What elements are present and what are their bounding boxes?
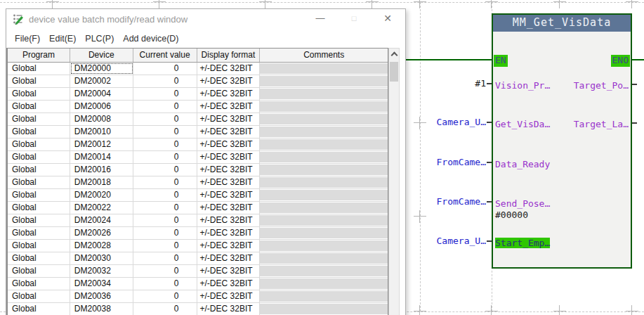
cell-current-value[interactable]: 0 <box>133 139 197 150</box>
cell-current-value[interactable]: 0 <box>133 227 197 239</box>
cell-display-format[interactable]: +/-DEC 32BIT <box>197 202 261 214</box>
operand-label[interactable]: Camera_U… <box>436 117 492 127</box>
cell-current-value[interactable]: 0 <box>133 189 197 201</box>
cell-program[interactable]: Global <box>8 240 70 252</box>
cell-device[interactable]: DM20002 <box>70 75 133 87</box>
cell-comments[interactable] <box>260 240 388 252</box>
cell-display-format[interactable]: +/-DEC 32BIT <box>197 252 261 264</box>
vertical-scrollbar[interactable] <box>388 48 400 315</box>
table-row[interactable]: GlobalDM200000+/-DEC 32BIT <box>8 63 388 75</box>
cell-program[interactable]: Global <box>8 290 70 302</box>
cell-comments[interactable] <box>260 290 388 302</box>
cell-comments[interactable] <box>260 278 388 290</box>
cell-program[interactable]: Global <box>8 252 70 264</box>
cell-program[interactable]: Global <box>8 88 70 100</box>
menu-plc[interactable]: PLC(P) <box>84 32 115 45</box>
cell-program[interactable]: Global <box>8 278 70 290</box>
input-pin[interactable]: Start_Emp… <box>495 238 550 248</box>
cell-current-value[interactable]: 0 <box>133 252 197 264</box>
cell-program[interactable]: Global <box>8 202 70 214</box>
table-row[interactable]: GlobalDM200180+/-DEC 32BIT <box>8 176 388 189</box>
cell-program[interactable]: Global <box>8 164 70 176</box>
cell-display-format[interactable]: +/-DEC 32BIT <box>197 63 261 75</box>
cell-program[interactable]: Global <box>8 75 70 87</box>
table-row[interactable]: GlobalDM200360+/-DEC 32BIT <box>8 290 388 303</box>
table-row[interactable]: GlobalDM200060+/-DEC 32BIT <box>8 101 388 113</box>
table-row[interactable]: GlobalDM200080+/-DEC 32BIT <box>8 113 388 126</box>
cell-current-value[interactable]: 0 <box>133 113 197 125</box>
function-block-mm-get-visdata[interactable]: MM_Get_VisData EN ENO Vision_Pr…Get_VisD… <box>492 13 632 269</box>
cell-current-value[interactable]: 0 <box>133 303 197 315</box>
cell-program[interactable]: Global <box>8 101 70 112</box>
col-header-device[interactable]: Device <box>70 49 133 62</box>
cell-current-value[interactable]: 0 <box>133 202 197 214</box>
cell-current-value[interactable]: 0 <box>133 63 197 75</box>
cell-device[interactable]: DM20030 <box>70 252 133 264</box>
menu-file[interactable]: File(F) <box>13 32 41 45</box>
cell-device[interactable]: DM20028 <box>70 240 133 252</box>
cell-current-value[interactable]: 0 <box>133 214 197 226</box>
cell-current-value[interactable]: 0 <box>133 164 197 176</box>
cell-current-value[interactable]: 0 <box>133 290 197 302</box>
minimize-button[interactable]: — <box>308 9 332 29</box>
cell-device[interactable]: DM20034 <box>70 278 133 290</box>
cell-display-format[interactable]: +/-DEC 32BIT <box>197 101 261 112</box>
cell-display-format[interactable]: +/-DEC 32BIT <box>197 88 261 100</box>
cell-display-format[interactable]: +/-DEC 32BIT <box>197 265 261 277</box>
output-pin[interactable]: Target_La… <box>574 119 629 129</box>
cell-current-value[interactable]: 0 <box>133 151 197 163</box>
cell-comments[interactable] <box>260 303 388 315</box>
table-row[interactable]: GlobalDM200160+/-DEC 32BIT <box>8 164 388 176</box>
cell-program[interactable]: Global <box>8 139 70 150</box>
table-row[interactable]: GlobalDM200300+/-DEC 32BIT <box>8 252 388 265</box>
cell-display-format[interactable]: +/-DEC 32BIT <box>197 303 261 315</box>
cell-device[interactable]: DM20016 <box>70 164 133 176</box>
cell-display-format[interactable]: +/-DEC 32BIT <box>197 151 261 163</box>
cell-program[interactable]: Global <box>8 126 70 138</box>
cell-comments[interactable] <box>260 139 388 150</box>
cell-current-value[interactable]: 0 <box>133 126 197 138</box>
table-row[interactable]: GlobalDM200280+/-DEC 32BIT <box>8 240 388 252</box>
menu-add-device[interactable]: Add device(D) <box>121 32 180 45</box>
cell-comments[interactable] <box>260 126 388 138</box>
table-row[interactable]: GlobalDM200020+/-DEC 32BIT <box>8 75 388 88</box>
input-pin[interactable]: Vision_Pr… <box>495 80 550 91</box>
cell-device[interactable]: DM20006 <box>70 101 133 112</box>
table-row[interactable]: GlobalDM200140+/-DEC 32BIT <box>8 151 388 164</box>
table-row[interactable]: GlobalDM200120+/-DEC 32BIT <box>8 139 388 151</box>
cell-display-format[interactable]: +/-DEC 32BIT <box>197 278 261 290</box>
table-row[interactable]: GlobalDM200100+/-DEC 32BIT <box>8 126 388 139</box>
table-row[interactable]: GlobalDM200260+/-DEC 32BIT <box>8 227 388 240</box>
col-header-display-format[interactable]: Display format <box>197 49 261 62</box>
close-button[interactable]: ✕ <box>376 9 400 29</box>
cell-current-value[interactable]: 0 <box>133 176 197 188</box>
cell-display-format[interactable]: +/-DEC 32BIT <box>197 227 261 239</box>
cell-comments[interactable] <box>260 113 388 125</box>
cell-device[interactable]: DM20004 <box>70 88 133 100</box>
table-row[interactable]: GlobalDM200340+/-DEC 32BIT <box>8 278 388 290</box>
cell-comments[interactable] <box>260 189 388 201</box>
window-titlebar[interactable]: device value batch modify/read window — … <box>6 9 405 29</box>
cell-comments[interactable] <box>260 252 388 264</box>
cell-device[interactable]: DM20024 <box>70 214 133 226</box>
cell-display-format[interactable]: +/-DEC 32BIT <box>197 290 261 302</box>
cell-program[interactable]: Global <box>8 63 70 75</box>
cell-device[interactable]: DM20036 <box>70 290 133 302</box>
col-header-comments[interactable]: Comments <box>260 49 388 62</box>
cell-display-format[interactable]: +/-DEC 32BIT <box>197 189 261 201</box>
maximize-button[interactable]: □ <box>342 9 366 29</box>
cell-comments[interactable] <box>260 151 388 163</box>
cell-comments[interactable] <box>260 227 388 239</box>
cell-comments[interactable] <box>260 164 388 176</box>
cell-program[interactable]: Global <box>8 227 70 239</box>
cell-current-value[interactable]: 0 <box>133 240 197 252</box>
table-row[interactable]: GlobalDM200380+/-DEC 32BIT <box>8 303 388 315</box>
cell-comments[interactable] <box>260 88 388 100</box>
cell-device[interactable]: DM20022 <box>70 202 133 214</box>
cell-current-value[interactable]: 0 <box>133 265 197 277</box>
table-row[interactable]: GlobalDM200220+/-DEC 32BIT <box>8 202 388 214</box>
col-header-current-value[interactable]: Current value <box>133 49 197 62</box>
output-pin[interactable]: Target_Po… <box>574 80 629 91</box>
cell-device[interactable]: DM20010 <box>70 126 133 138</box>
cell-comments[interactable] <box>260 265 388 277</box>
